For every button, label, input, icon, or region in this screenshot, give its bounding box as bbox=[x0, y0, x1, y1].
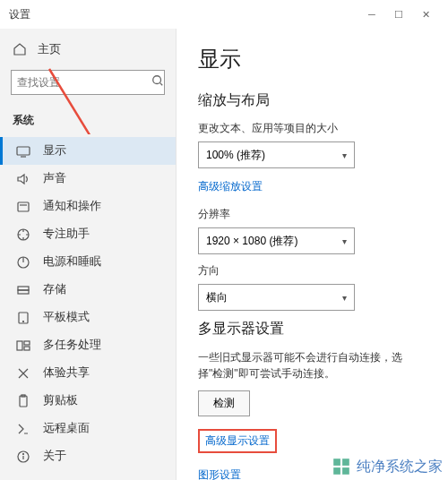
detect-button[interactable]: 检测 bbox=[198, 390, 250, 416]
minimize-button[interactable]: ─ bbox=[358, 0, 385, 29]
sidebar-item-label: 多任务处理 bbox=[43, 338, 101, 353]
resolution-value: 1920 × 1080 (推荐) bbox=[206, 234, 297, 249]
chevron-down-icon: ▾ bbox=[342, 236, 347, 246]
sidebar-item-storage[interactable]: 存储 bbox=[0, 276, 176, 304]
advanced-scale-link[interactable]: 高级缩放设置 bbox=[198, 179, 263, 194]
about-icon bbox=[16, 450, 30, 464]
clipboard-icon bbox=[16, 394, 30, 408]
watermark-text: 纯净系统之家 bbox=[357, 458, 443, 476]
sidebar-item-label: 专注助手 bbox=[43, 227, 90, 242]
home-label: 主页 bbox=[38, 41, 61, 57]
svg-rect-2 bbox=[17, 147, 30, 155]
storage-icon bbox=[16, 283, 30, 297]
titlebar: 设置 ─ ☐ ✕ bbox=[0, 0, 448, 29]
sidebar-item-label: 显示 bbox=[43, 143, 66, 159]
sidebar-item-label: 体验共享 bbox=[43, 365, 90, 381]
search-icon bbox=[151, 74, 164, 90]
sidebar-item-multitask[interactable]: 多任务处理 bbox=[0, 331, 176, 359]
svg-rect-9 bbox=[18, 290, 29, 294]
close-button[interactable]: ✕ bbox=[412, 0, 439, 29]
graphics-link[interactable]: 图形设置 bbox=[198, 467, 241, 480]
page-title: 显示 bbox=[198, 45, 426, 73]
sidebar-item-notifications[interactable]: 通知和操作 bbox=[0, 193, 176, 220]
resolution-label: 分辨率 bbox=[198, 207, 426, 222]
search-field[interactable] bbox=[17, 76, 151, 89]
svg-point-11 bbox=[23, 321, 24, 321]
resolution-dropdown[interactable]: 1920 × 1080 (推荐) ▾ bbox=[198, 227, 355, 254]
nav-list: 显示 声音 通知和操作 专注助手 电源和睡眠 存储 bbox=[0, 137, 176, 470]
multitask-icon bbox=[16, 339, 30, 353]
sidebar-item-remote[interactable]: 远程桌面 bbox=[0, 415, 176, 442]
svg-rect-8 bbox=[18, 287, 29, 290]
svg-rect-22 bbox=[333, 459, 340, 466]
tablet-icon bbox=[16, 311, 30, 325]
content: 显示 缩放与布局 更改文本、应用等项目的大小 100% (推荐) ▾ 高级缩放设… bbox=[177, 29, 448, 480]
sidebar-item-label: 平板模式 bbox=[43, 310, 90, 325]
sidebar-item-label: 电源和睡眠 bbox=[43, 254, 101, 270]
watermark: 纯净系统之家 bbox=[332, 457, 443, 476]
sidebar-item-share[interactable]: 体验共享 bbox=[0, 359, 176, 387]
text-size-label: 更改文本、应用等项目的大小 bbox=[198, 121, 426, 136]
share-icon bbox=[16, 366, 30, 381]
remote-icon bbox=[16, 422, 30, 436]
display-icon bbox=[16, 144, 30, 159]
maximize-button[interactable]: ☐ bbox=[385, 0, 412, 29]
svg-rect-12 bbox=[17, 341, 22, 350]
svg-rect-25 bbox=[342, 467, 349, 475]
multi-section-heading: 多显示器设置 bbox=[198, 320, 426, 339]
sidebar-item-focus[interactable]: 专注助手 bbox=[0, 220, 176, 248]
focus-icon bbox=[16, 227, 30, 242]
search-input[interactable] bbox=[11, 70, 165, 95]
svg-point-19 bbox=[23, 453, 24, 454]
sidebar-item-display[interactable]: 显示 bbox=[0, 137, 176, 165]
section-label: 系统 bbox=[0, 107, 176, 137]
svg-rect-14 bbox=[24, 347, 30, 350]
svg-rect-23 bbox=[342, 459, 349, 466]
svg-line-1 bbox=[160, 83, 163, 86]
sidebar-item-label: 存储 bbox=[43, 282, 66, 297]
svg-rect-13 bbox=[24, 341, 30, 345]
svg-rect-24 bbox=[333, 467, 340, 475]
sidebar-item-label: 通知和操作 bbox=[43, 199, 101, 214]
text-size-value: 100% (推荐) bbox=[206, 148, 265, 163]
chevron-down-icon: ▾ bbox=[342, 150, 347, 160]
svg-rect-15 bbox=[20, 396, 27, 407]
svg-rect-4 bbox=[18, 202, 29, 211]
sidebar-item-sound[interactable]: 声音 bbox=[0, 165, 176, 193]
sidebar-item-label: 声音 bbox=[43, 171, 66, 186]
orientation-dropdown[interactable]: 横向 ▾ bbox=[198, 284, 355, 311]
advanced-display-link[interactable]: 高级显示设置 bbox=[198, 429, 277, 453]
sidebar-item-label: 远程桌面 bbox=[43, 421, 90, 436]
chevron-down-icon: ▾ bbox=[342, 293, 347, 303]
text-size-dropdown[interactable]: 100% (推荐) ▾ bbox=[198, 141, 355, 168]
orientation-label: 方向 bbox=[198, 263, 426, 279]
sidebar-item-clipboard[interactable]: 剪贴板 bbox=[0, 387, 176, 415]
window-title: 设置 bbox=[9, 7, 358, 22]
svg-point-0 bbox=[153, 76, 161, 84]
sound-icon bbox=[16, 172, 30, 186]
notification-icon bbox=[16, 200, 30, 214]
sidebar-item-tablet[interactable]: 平板模式 bbox=[0, 304, 176, 331]
watermark-icon bbox=[332, 457, 351, 476]
scale-section-heading: 缩放与布局 bbox=[198, 91, 426, 110]
sidebar-item-power[interactable]: 电源和睡眠 bbox=[0, 248, 176, 276]
home-icon bbox=[13, 42, 27, 56]
sidebar-item-about[interactable]: 关于 bbox=[0, 442, 176, 470]
multi-desc: 一些旧式显示器可能不会进行自动连接，选择"检测"即可尝试手动连接。 bbox=[198, 349, 426, 381]
power-icon bbox=[16, 255, 30, 270]
sidebar-item-label: 剪贴板 bbox=[43, 393, 78, 408]
home-link[interactable]: 主页 bbox=[0, 36, 176, 63]
orientation-value: 横向 bbox=[206, 290, 228, 305]
sidebar: 主页 系统 显示 声音 通知和操作 bbox=[0, 29, 177, 480]
sidebar-item-label: 关于 bbox=[43, 449, 66, 464]
window-controls: ─ ☐ ✕ bbox=[358, 0, 439, 29]
